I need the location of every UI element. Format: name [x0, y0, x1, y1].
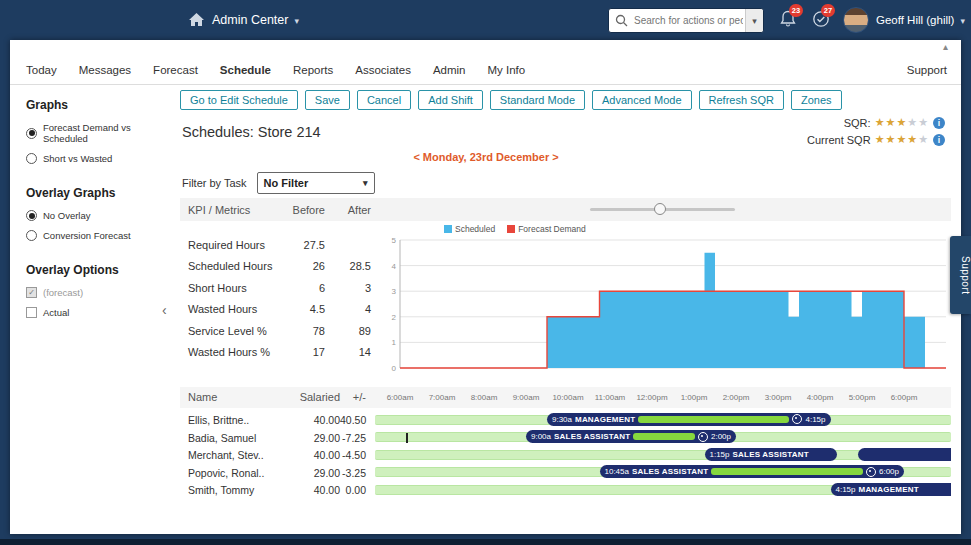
shift-bar[interactable]: 9:30aMANAGEMENT4:15p: [547, 413, 831, 426]
graphs-option-label: Forecast Demand vs Scheduled: [43, 122, 176, 144]
graphs-option-label: Short vs Wasted: [43, 153, 112, 164]
overlay-checkbox-label: Actual: [43, 307, 69, 318]
sidebar-collapse-icon[interactable]: ‹: [162, 302, 167, 318]
kpi-header-before: Before: [287, 204, 325, 216]
support-tab[interactable]: Support: [950, 236, 971, 314]
overlay-checkbox-actual[interactable]: Actual: [26, 307, 176, 318]
overlay-checkbox-label: (forecast): [43, 287, 83, 298]
schedule-toolbar: Go to Edit ScheduleSaveCancelAdd ShiftSt…: [180, 90, 842, 110]
time-label: 9:00am: [504, 387, 548, 408]
menu-item-admin[interactable]: Admin: [433, 64, 466, 76]
graphs-option-forecast-demand-vs-scheduled[interactable]: Forecast Demand vs Scheduled: [26, 122, 176, 144]
shift-worked-segment: [638, 416, 789, 423]
menu-item-my-info[interactable]: My Info: [488, 64, 526, 76]
shift-bar[interactable]: 9:00aSALES ASSISTANT2:00p: [526, 430, 736, 443]
kpi-header-band: KPI / Metrics Before After: [180, 198, 951, 221]
menu-item-messages[interactable]: Messages: [79, 64, 131, 76]
notifications-bell-icon[interactable]: 23: [780, 10, 796, 32]
app-title[interactable]: Admin Center▾: [212, 13, 299, 27]
advanced-mode-button[interactable]: Advanced Mode: [592, 90, 692, 110]
kpi-metric-label: Short Hours: [188, 282, 287, 294]
shift-role-label: MANAGEMENT: [859, 485, 919, 494]
overlay-options-section-title: Overlay Options: [26, 263, 176, 277]
menu-item-associates[interactable]: Associates: [355, 64, 411, 76]
graphs-option-short-vs-wasted[interactable]: Short vs Wasted: [26, 153, 176, 164]
star-icon: ★: [907, 116, 918, 128]
task-filter-select[interactable]: No Filter ▾: [257, 172, 375, 194]
current-sqr-info-icon[interactable]: i: [933, 134, 945, 146]
shift-end-time: 4:15p: [805, 415, 825, 424]
employee-name: Merchant, Stev..: [188, 449, 283, 461]
collapse-panel-icon[interactable]: ▴: [943, 41, 948, 52]
checkbox-icon: ✓: [26, 287, 37, 298]
star-icon: ★: [875, 133, 886, 145]
approvals-icon[interactable]: 27: [812, 10, 830, 32]
salaried-hours: 40.00: [285, 414, 340, 426]
star-icon: ★: [886, 133, 897, 145]
search-scope-dropdown[interactable]: ▾: [745, 9, 763, 32]
refresh-sqr-button[interactable]: Refresh SQR: [699, 90, 784, 110]
primary-menubar: TodayMessagesForecastScheduleReportsAsso…: [10, 40, 961, 85]
overlay-graph-option-no-overlay[interactable]: No Overlay: [26, 210, 176, 221]
overlay-checkbox-forecast[interactable]: ✓(forecast): [26, 287, 176, 298]
add-shift-button[interactable]: Add Shift: [418, 90, 483, 110]
sqr-info-icon[interactable]: i: [933, 117, 945, 129]
svg-text:0: 0: [392, 364, 397, 373]
user-avatar[interactable]: [843, 7, 869, 33]
employee-name: Ellis, Brittne..: [188, 414, 283, 426]
kpi-before-value: 27.5: [287, 239, 325, 251]
break-icon: [866, 467, 876, 477]
zoom-slider[interactable]: [590, 208, 735, 211]
notifications-badge: 23: [789, 4, 803, 17]
current-sqr-star-rating: ★★★★★: [875, 133, 929, 146]
coverage-chart: ScheduledForecast Demand 012345: [380, 226, 952, 382]
svg-text:2: 2: [392, 313, 397, 322]
schedule-main-area: Go to Edit ScheduleSaveCancelAdd ShiftSt…: [176, 84, 961, 534]
radio-icon: [26, 153, 37, 164]
graphs-section-title: Graphs: [26, 98, 176, 112]
menu-item-schedule[interactable]: Schedule: [220, 64, 271, 76]
zoom-slider-handle[interactable]: [654, 203, 666, 215]
shift-end-time: 2:00p: [711, 432, 731, 441]
home-icon[interactable]: [188, 12, 205, 31]
star-icon: ★: [896, 116, 907, 128]
kpi-header-metrics: KPI / Metrics: [188, 204, 287, 216]
next-day-arrow[interactable]: >: [549, 151, 561, 163]
kpi-after-value: 4: [333, 303, 371, 315]
shift-start-time: 9:30a: [552, 415, 572, 424]
cancel-button[interactable]: Cancel: [357, 90, 411, 110]
previous-day-arrow[interactable]: <: [410, 151, 422, 163]
overlay-graph-option-conversion-forecast[interactable]: Conversion Forecast: [26, 230, 176, 241]
star-icon: ★: [907, 133, 918, 145]
shift-role-label: SALES ASSISTANT: [632, 467, 708, 476]
menu-item-reports[interactable]: Reports: [293, 64, 333, 76]
sidebar: Graphs Forecast Demand vs ScheduledShort…: [10, 84, 176, 534]
hours-delta: -3.25: [340, 467, 366, 479]
user-menu[interactable]: Geoff Hill (ghill)▾: [876, 14, 965, 26]
menu-item-forecast[interactable]: Forecast: [153, 64, 198, 76]
search-input[interactable]: [632, 14, 745, 27]
svg-text:3: 3: [392, 287, 397, 296]
checkbox-icon: [26, 307, 37, 318]
save-button[interactable]: Save: [305, 90, 350, 110]
shift-bar[interactable]: 1:15pSALES ASSISTANT: [705, 448, 837, 461]
shift-bar[interactable]: [858, 448, 951, 461]
standard-mode-button[interactable]: Standard Mode: [490, 90, 585, 110]
svg-text:1: 1: [392, 338, 397, 347]
shift-bar[interactable]: 10:45aSALES ASSISTANT6:00p: [600, 465, 905, 478]
shift-worked-segment: [711, 468, 863, 475]
shift-bar[interactable]: 4:15pMANAGEMENT: [831, 483, 952, 496]
kpi-before-value: 26: [287, 260, 325, 272]
time-label: 3:00pm: [756, 387, 800, 408]
star-icon: ★: [875, 116, 886, 128]
support-link[interactable]: Support: [907, 64, 947, 76]
roster-header-delta: +/-: [340, 387, 366, 408]
go-to-edit-schedule-button[interactable]: Go to Edit Schedule: [180, 90, 298, 110]
time-label: 1:00pm: [672, 387, 716, 408]
zones-button[interactable]: Zones: [791, 90, 842, 110]
hours-delta: 40.50: [340, 414, 366, 426]
approvals-badge: 27: [821, 4, 835, 17]
roster-gantt: Ellis, Brittne..40.0040.509:30aMANAGEMEN…: [180, 411, 951, 499]
menu-item-today[interactable]: Today: [26, 64, 57, 76]
kpi-after-value: 28.5: [333, 260, 371, 272]
